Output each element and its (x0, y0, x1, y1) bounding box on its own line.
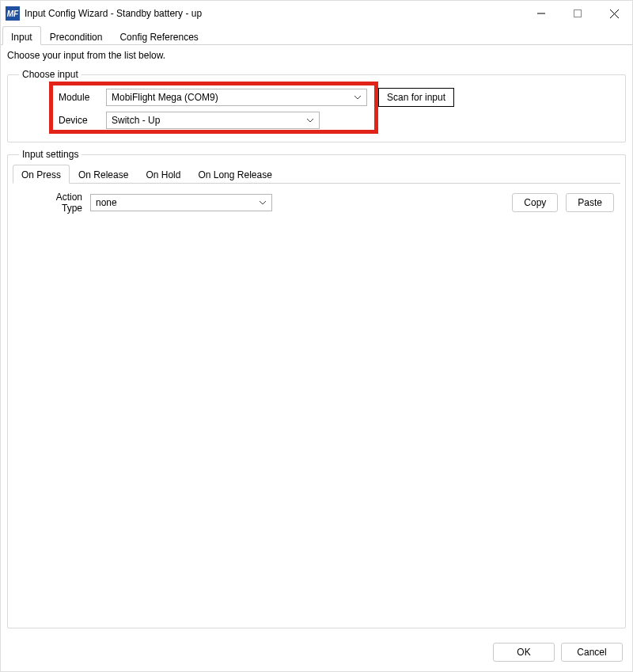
action-type-value: none (96, 197, 117, 208)
paste-button-label: Paste (578, 197, 602, 208)
copy-button[interactable]: Copy (512, 193, 558, 212)
close-icon (610, 9, 619, 18)
device-label: Device (59, 115, 106, 126)
input-settings-legend: Input settings (19, 149, 81, 160)
tab-on-release[interactable]: On Release (70, 165, 137, 184)
cancel-button-label: Cancel (577, 647, 606, 658)
tab-on-hold[interactable]: On Hold (137, 165, 189, 184)
tab-label: On Press (21, 169, 61, 180)
copy-button-label: Copy (524, 197, 546, 208)
input-settings-group: Input settings On Press On Release On Ho… (7, 149, 626, 628)
cancel-button[interactable]: Cancel (561, 643, 623, 662)
event-tabstrip: On Press On Release On Hold On Long Rele… (13, 165, 620, 184)
maximize-icon (574, 9, 582, 17)
module-select[interactable]: MobiFlight Mega (COM9) (106, 89, 367, 106)
choose-input-legend: Choose input (19, 69, 81, 80)
tab-label: Precondition (50, 32, 103, 43)
svg-rect-1 (574, 10, 582, 17)
module-select-value: MobiFlight Mega (COM9) (112, 92, 218, 103)
minimize-button[interactable] (523, 1, 559, 26)
tab-on-long-release[interactable]: On Long Release (189, 165, 280, 184)
scan-button-label: Scan for input (387, 92, 445, 103)
tab-label: On Hold (146, 169, 180, 180)
window-root: MF Input Config Wizard - Standby battery… (0, 0, 633, 672)
action-type-label: Action Type (19, 192, 82, 214)
scan-for-input-button[interactable]: Scan for input (378, 88, 454, 107)
titlebar: MF Input Config Wizard - Standby battery… (1, 1, 632, 26)
tab-label: On Release (78, 169, 128, 180)
tab-input[interactable]: Input (2, 26, 41, 45)
instruction-text: Choose your input from the list below. (1, 45, 632, 69)
tab-precondition[interactable]: Precondition (41, 26, 112, 45)
device-select[interactable]: Switch - Up (106, 112, 320, 129)
window-title: Input Config Wizard - Standby battery - … (25, 8, 202, 19)
tab-label: Input (11, 32, 32, 43)
main-tabstrip: Input Precondition Config References (1, 26, 632, 45)
minimize-icon (537, 9, 545, 17)
tab-config-references[interactable]: Config References (111, 26, 207, 45)
tab-on-press[interactable]: On Press (13, 165, 70, 184)
tab-label: Config References (119, 32, 198, 43)
ok-button-label: OK (517, 647, 530, 658)
action-type-select[interactable]: none (90, 194, 272, 211)
choose-input-group: Choose input Module MobiFlight Mega (COM… (7, 69, 626, 142)
chevron-down-icon (354, 93, 362, 101)
ok-button[interactable]: OK (493, 643, 555, 662)
dialog-footer: OK Cancel (1, 635, 632, 671)
settings-empty-area (16, 222, 617, 620)
maximize-button[interactable] (559, 1, 596, 26)
app-icon: MF (6, 6, 20, 21)
chevron-down-icon (306, 116, 314, 124)
tab-label: On Long Release (198, 169, 271, 180)
paste-button[interactable]: Paste (566, 193, 614, 212)
device-select-value: Switch - Up (112, 115, 160, 126)
chevron-down-icon (259, 199, 267, 207)
close-button[interactable] (596, 1, 632, 26)
module-label: Module (59, 92, 106, 103)
